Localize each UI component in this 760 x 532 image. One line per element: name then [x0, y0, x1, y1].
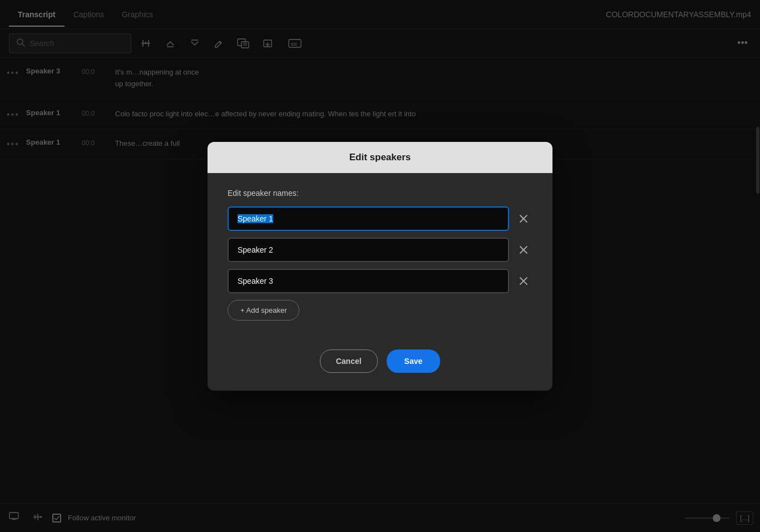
modal-header: Edit speakers — [208, 142, 552, 173]
modal-footer: Cancel Save — [208, 338, 552, 391]
save-button[interactable]: Save — [387, 349, 441, 373]
speaker-1-input[interactable] — [228, 206, 509, 231]
modal-body-label: Edit speaker names: — [228, 189, 532, 198]
speaker-input-row-1 — [228, 206, 532, 231]
speaker-3-input[interactable] — [228, 269, 509, 293]
modal-overlay: Edit speakers Edit speaker names: — [0, 0, 760, 532]
edit-speakers-modal: Edit speakers Edit speaker names: — [208, 142, 552, 391]
modal-body: Edit speaker names: — [208, 173, 552, 338]
speaker-input-row-2 — [228, 238, 532, 262]
speaker-2-input[interactable] — [228, 238, 509, 262]
remove-speaker-1-button[interactable] — [515, 212, 532, 225]
add-speaker-button[interactable]: + Add speaker — [228, 300, 299, 321]
remove-speaker-2-button[interactable] — [515, 243, 532, 257]
speaker-input-row-3 — [228, 269, 532, 293]
modal-title: Edit speakers — [221, 152, 539, 163]
remove-speaker-3-button[interactable] — [515, 274, 532, 288]
cancel-button[interactable]: Cancel — [320, 349, 378, 373]
